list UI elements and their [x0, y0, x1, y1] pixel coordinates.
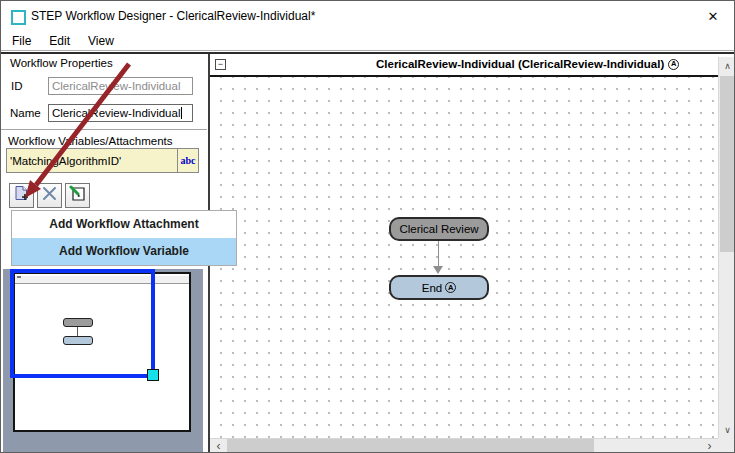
menu-item-add-workflow-attachment[interactable]: Add Workflow Attachment	[12, 211, 236, 238]
name-label: Name	[10, 107, 41, 119]
vertical-scroll-thumb[interactable]	[720, 76, 735, 252]
scroll-right-icon[interactable]: ›	[701, 439, 718, 453]
state-circle-icon: A	[445, 282, 456, 293]
app-window: STEP Workflow Designer - ClericalReview-…	[0, 0, 735, 453]
separator-line	[1, 50, 735, 51]
edge-clerical-to-end	[438, 241, 439, 267]
workflow-canvas[interactable]	[210, 77, 718, 438]
add-document-icon	[13, 185, 30, 206]
delete-variable-button[interactable]	[37, 183, 62, 208]
state-circle-icon: A	[668, 59, 679, 70]
edit-variable-button[interactable]	[65, 183, 90, 208]
canvas-title: ClericalReview-Individual (ClericalRevie…	[376, 58, 679, 70]
id-field: ClericalReview-Individual	[48, 77, 193, 95]
variable-type-badge[interactable]: abc	[177, 149, 198, 172]
edit-pencil-icon	[69, 185, 86, 206]
minimap-viewport-rect[interactable]	[10, 269, 155, 378]
close-button[interactable]: ✕	[698, 5, 728, 28]
menu-item-add-workflow-variable[interactable]: Add Workflow Variable	[12, 238, 236, 265]
vertical-scrollbar[interactable]: ∧ ∨	[718, 57, 735, 438]
variable-row[interactable]: 'MatchingAlgorithmID' abc	[6, 148, 199, 173]
context-menu: Add Workflow Attachment Add Workflow Var…	[11, 210, 237, 266]
text-caret	[181, 107, 182, 119]
close-icon: ✕	[708, 9, 719, 24]
app-icon	[11, 10, 26, 25]
menu-edit[interactable]: Edit	[40, 33, 79, 51]
separator-line-dark	[1, 52, 735, 54]
canvas-header: − ClericalReview-Individual (ClericalRev…	[210, 55, 718, 77]
edge-arrowhead-icon	[433, 266, 443, 274]
horizontal-scroll-track	[594, 439, 701, 453]
collapse-button[interactable]: −	[215, 59, 226, 70]
name-field[interactable]: ClericalReview-Individual	[48, 104, 193, 122]
workflow-variables-title: Workflow Variables/Attachments	[8, 135, 172, 147]
overview-minimap	[3, 269, 203, 452]
node-clerical-review[interactable]: Clerical Review	[389, 217, 489, 241]
menu-file[interactable]: File	[3, 33, 40, 51]
workflow-properties-title: Workflow Properties	[10, 57, 113, 69]
minus-icon: −	[218, 59, 223, 69]
add-variable-button[interactable]	[9, 183, 34, 208]
horizontal-scrollbar[interactable]: ‹ ›	[210, 438, 718, 453]
delete-x-icon	[42, 186, 57, 205]
minimap-resize-handle[interactable]	[147, 369, 159, 381]
horizontal-scroll-thumb[interactable]	[227, 439, 594, 453]
panel-separator	[1, 129, 207, 130]
scroll-left-icon[interactable]: ‹	[210, 439, 227, 453]
window-title: STEP Workflow Designer - ClericalReview-…	[31, 9, 315, 23]
variable-name: 'MatchingAlgorithmID'	[7, 155, 177, 167]
scrollbar-corner	[718, 438, 735, 453]
menu-view[interactable]: View	[79, 33, 123, 51]
scroll-up-icon[interactable]: ∧	[719, 57, 735, 74]
node-end[interactable]: End A	[389, 275, 489, 300]
scroll-down-icon[interactable]: ∨	[719, 421, 735, 438]
menu-bar: File Edit View	[3, 33, 123, 51]
id-label: ID	[11, 80, 23, 92]
